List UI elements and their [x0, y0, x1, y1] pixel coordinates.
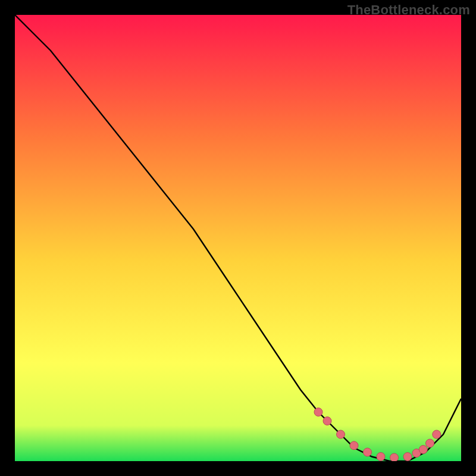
curve-marker — [377, 453, 385, 461]
curve-marker — [433, 430, 441, 439]
curve-marker — [323, 417, 331, 425]
chart-svg — [15, 15, 461, 461]
gradient-background — [15, 15, 461, 461]
chart-stage: TheBottleneck.com — [0, 0, 476, 476]
curve-marker — [337, 430, 345, 439]
curve-marker — [419, 446, 427, 454]
curve-marker — [403, 453, 412, 461]
curve-marker — [426, 439, 434, 447]
curve-marker — [364, 448, 372, 456]
curve-marker — [314, 408, 322, 416]
plot-area — [15, 15, 461, 461]
curve-marker — [390, 453, 399, 461]
curve-marker — [350, 441, 358, 450]
